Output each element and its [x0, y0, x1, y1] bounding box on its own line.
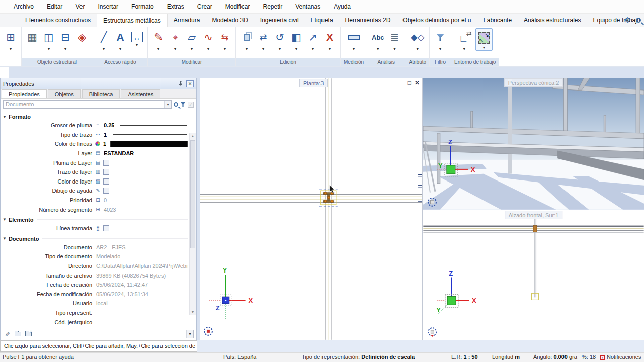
viewport-perspectiva[interactable]: Z X Y Perspectiva cónica:2	[423, 78, 644, 210]
panel-tab-propiedades[interactable]: Propiedades	[2, 89, 47, 98]
dropdown-arrow-icon[interactable]: ▾	[10, 46, 12, 52]
tab-objetos-definidos[interactable]: Objetos definidos por el u	[396, 14, 477, 27]
checkbox[interactable]	[103, 169, 109, 175]
dropdown-arrow-icon[interactable]: ▾	[246, 46, 248, 52]
dropdown-arrow-icon[interactable]: ▾	[191, 46, 193, 52]
collapse-icon[interactable]: ▼	[3, 115, 7, 119]
close-icon[interactable]: ✕	[415, 79, 420, 86]
menu-archivo[interactable]: Archivo	[7, 0, 40, 13]
menu-ver[interactable]: Ver	[69, 0, 91, 13]
search-plus-icon[interactable]	[174, 102, 178, 107]
menu-modificar[interactable]: Modificar	[219, 0, 257, 13]
menu-extras[interactable]: Extras	[160, 0, 191, 13]
dropdown-arrow-icon[interactable]: ▾	[394, 46, 396, 52]
dropdown-arrow-icon[interactable]: ▾	[48, 46, 50, 52]
tab-fabricante[interactable]: Fabricante	[477, 14, 518, 27]
status-scale[interactable]: E.R: 1 : 50	[451, 354, 478, 360]
viewport-window-tool[interactable]: ⊞▾	[5, 28, 17, 52]
elevation-view-title[interactable]: Alzado frontal, Sur:1	[505, 211, 563, 219]
dropdown-arrow-icon[interactable]: ▾	[136, 42, 138, 48]
chevron-down-icon[interactable]: ▾	[186, 330, 193, 338]
viewport-planta[interactable]: Y X Z Planta:3 □ ✕	[200, 78, 423, 340]
stretch-tool[interactable]: ↗▾	[307, 28, 319, 52]
plan-view-title[interactable]: Planta:3	[299, 79, 328, 87]
menu-crear[interactable]: Crear	[191, 0, 219, 13]
dropdown-arrow-icon[interactable]: ▾	[119, 46, 121, 52]
modify-document-tool[interactable]: ▱▾	[186, 28, 198, 52]
modify-draw-tool[interactable]: ✎▾	[152, 28, 165, 52]
modify-polyline-tool[interactable]: ∿▾	[202, 28, 214, 52]
eyedropper-icon[interactable]: ✎	[3, 330, 11, 338]
double-column-tool[interactable]: ◫▾	[43, 28, 55, 52]
property-value[interactable]: 1	[101, 141, 106, 147]
line-tool[interactable]: ╱▾	[98, 28, 110, 52]
dropdown-arrow-icon[interactable]: ▾	[262, 46, 264, 52]
tab-herramientas-2d[interactable]: Herramientas 2D	[339, 14, 397, 27]
dropdown-arrow-icon[interactable]: ▾	[439, 46, 441, 52]
modify-beam-tool[interactable]: ⇆▾	[219, 28, 231, 52]
filter-tool[interactable]: ▾	[434, 28, 446, 52]
dropdown-arrow-icon[interactable]: ▾	[103, 46, 105, 52]
menu-ayuda[interactable]: Ayuda	[327, 0, 357, 13]
rotate-tool[interactable]: ↺▾	[274, 28, 286, 52]
menu-formato[interactable]: Formato	[125, 0, 160, 13]
tab-elementos-constructivos[interactable]: Elementos constructivos	[19, 14, 97, 27]
section-header-formato[interactable]: ▼Formato	[3, 114, 188, 120]
status-notifications[interactable]: !Notificaciones	[600, 354, 641, 360]
dropdown-arrow-icon[interactable]: ▾	[279, 46, 281, 52]
checkbox[interactable]	[103, 188, 109, 194]
chevron-down-icon[interactable]: ▾	[164, 101, 171, 108]
text-analysis-tool[interactable]: Abc▾	[372, 28, 384, 52]
menu-editar[interactable]: Editar	[40, 0, 69, 13]
folder-open-icon[interactable]	[14, 330, 22, 338]
checkbox[interactable]	[103, 225, 109, 231]
perspective-view-title[interactable]: Perspectiva cónica:2	[504, 78, 564, 87]
checkbox[interactable]	[103, 160, 109, 166]
dropdown-arrow-icon[interactable]: ▾	[377, 46, 379, 52]
scrollbar-thumb[interactable]	[190, 140, 195, 248]
status-representation[interactable]: Tipo de representación: Definición de es…	[302, 354, 415, 360]
dropdown-arrow-icon[interactable]: ▾	[463, 46, 465, 52]
tab-modelado-3d[interactable]: Modelado 3D	[206, 14, 254, 27]
dropdown-arrow-icon[interactable]: ▾	[174, 46, 176, 52]
folder-favorite-icon[interactable]: ☆	[24, 330, 32, 338]
maximize-icon[interactable]: □	[408, 79, 411, 86]
section-header-documento[interactable]: ▼Documento	[3, 236, 188, 242]
measure-tool[interactable]: ▾	[348, 28, 360, 52]
delete-tool[interactable]: X▾	[324, 28, 336, 52]
panel-tab-objetos[interactable]: Objetos	[48, 89, 81, 98]
viewport-alzado[interactable]: Z X Y Alzado frontal, Sur:1	[423, 210, 644, 340]
scroll-up-icon[interactable]: ▲	[190, 134, 196, 138]
status-length-unit[interactable]: Longitud m	[492, 354, 520, 360]
status-country[interactable]: País: España	[223, 354, 256, 360]
dropdown-arrow-icon[interactable]: ▾	[312, 46, 314, 52]
frame-profile-tool[interactable]: ◈	[76, 28, 88, 52]
property-value[interactable]: ESTANDAR	[102, 150, 134, 156]
section-header-elemento[interactable]: ▼Elemento	[3, 217, 188, 223]
beam-section-tool[interactable]: ⊟▾	[59, 28, 71, 52]
favorites-combo[interactable]: ▾	[35, 330, 194, 338]
close-icon[interactable]: ✕	[186, 80, 194, 87]
tab-ingenieria-civil[interactable]: Ingeniería civil	[254, 14, 305, 27]
settings-gear-icon[interactable]: ⚙	[624, 16, 631, 25]
dropdown-arrow-icon[interactable]: ▾	[64, 46, 66, 52]
plan-canvas[interactable]: Y X Z	[200, 78, 422, 340]
pin-icon[interactable]	[177, 80, 184, 87]
mirror-tool[interactable]: ◧▾	[290, 28, 302, 52]
dropdown-arrow-icon[interactable]: ▾	[417, 46, 419, 52]
dropdown-arrow-icon[interactable]: ▾	[157, 46, 159, 52]
dropdown-arrow-icon[interactable]: ▾	[483, 45, 485, 50]
move-tool[interactable]: ⇄▾	[257, 28, 269, 52]
selection-mode-tool[interactable]: ↘↖▾	[475, 28, 493, 51]
dropdown-arrow-icon[interactable]: ▾	[329, 46, 331, 52]
perspective-canvas[interactable]: Z X Y	[423, 78, 644, 210]
tab-etiqueta[interactable]: Etiqueta	[305, 14, 339, 27]
panel-scrollbar[interactable]: ▲ ▼	[189, 133, 196, 315]
collapse-icon[interactable]: ▼	[3, 236, 7, 241]
property-value[interactable]: 1	[102, 132, 107, 138]
scroll-down-icon[interactable]: ▼	[190, 310, 196, 314]
dropdown-arrow-icon[interactable]: ▾	[207, 46, 209, 52]
line-color-swatch[interactable]	[110, 141, 188, 147]
dropdown-arrow-icon[interactable]: ▾	[224, 46, 226, 52]
dropdown-arrow-icon[interactable]: ▾	[295, 46, 297, 52]
